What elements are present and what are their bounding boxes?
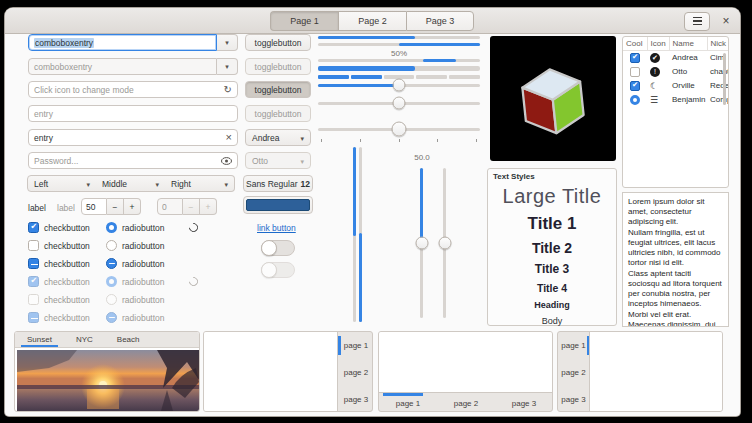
switch-off-disabled — [261, 262, 295, 278]
table-row[interactable]: ✔ Andrea Cimi — [623, 51, 728, 65]
paragraph: Maecenas dignissim, dui et pharetra rutr… — [628, 320, 723, 327]
style-large-title: Large Title — [503, 185, 602, 208]
row-checkbox-checked[interactable] — [630, 81, 640, 91]
close-icon[interactable]: × — [718, 13, 734, 29]
hscale-handle[interactable] — [393, 97, 406, 110]
hscale-marks[interactable] — [318, 121, 480, 137]
checkbutton-label: checkbutton — [44, 313, 90, 323]
togglebutton-disabled: togglebutton — [245, 58, 311, 75]
link-button[interactable]: link button — [257, 223, 296, 233]
checkbutton-indeterminate-disabled — [28, 312, 39, 323]
checkbutton-indeterminate[interactable] — [28, 258, 39, 269]
radiobutton-unselected[interactable] — [106, 240, 117, 251]
vprogressbar — [353, 147, 356, 322]
table-row[interactable]: ☾ Orville Rede… — [623, 79, 728, 93]
tab-nyc[interactable]: NYC — [64, 332, 105, 347]
tab-page-2[interactable]: page 2 — [338, 359, 373, 386]
spinner-icon-disabled — [187, 275, 200, 288]
style-body: Body — [542, 316, 563, 326]
tab-page-1[interactable]: page 1 — [379, 393, 437, 412]
tab-page-3[interactable]: page 3 — [558, 386, 589, 412]
togglebutton-active[interactable]: togglebutton — [245, 81, 311, 98]
tab-sunset[interactable]: Sunset — [15, 332, 64, 347]
tab-page-3[interactable]: Page 3 — [406, 11, 474, 31]
comboboxentry-dropdown-icon[interactable]: ▾ — [217, 34, 238, 51]
mode-entry[interactable]: Click icon to change mode ↻ — [28, 81, 238, 98]
color-swatch — [246, 199, 310, 211]
row-checkbox-unchecked[interactable] — [630, 67, 640, 77]
tab-page-2[interactable]: page 2 — [437, 393, 495, 412]
row-checkbox-checked[interactable] — [630, 53, 640, 63]
scrollbar[interactable] — [723, 53, 726, 105]
radiobutton-label: radiobutton — [122, 223, 165, 233]
clear-icon[interactable]: × — [226, 132, 232, 143]
comboboxentry-input[interactable]: comboboxentry — [28, 34, 217, 51]
tab-page-3[interactable]: page 3 — [495, 393, 553, 412]
radiobutton-selected[interactable] — [106, 222, 117, 233]
spin-decrement-icon[interactable]: − — [107, 198, 124, 215]
hscale-handle[interactable] — [392, 122, 407, 137]
check-circle-icon: ✔ — [650, 53, 660, 63]
vscale-filled[interactable] — [414, 168, 429, 318]
column-cool[interactable]: Cool — [623, 37, 647, 51]
hscale-plain[interactable] — [318, 96, 480, 110]
progressbar-fill — [318, 36, 415, 39]
moon-icon: ☾ — [650, 81, 658, 91]
spin-increment-icon[interactable]: + — [124, 198, 141, 215]
cell-name: Andrea — [669, 51, 707, 65]
column-nick[interactable]: Nick — [707, 37, 728, 51]
column-icon[interactable]: Icon — [647, 37, 669, 51]
vscale-handle[interactable] — [438, 237, 451, 250]
togglebutton[interactable]: togglebutton — [245, 34, 311, 51]
hscale-handle[interactable] — [393, 79, 406, 92]
table-row[interactable]: ! Otto chaoti — [623, 65, 728, 79]
entry-field[interactable]: entry × — [28, 129, 238, 146]
radiobutton-label: radiobutton — [122, 241, 165, 251]
spin-disabled-decrement-icon: − — [183, 198, 200, 215]
tab-page-1[interactable]: page 1 — [338, 332, 373, 359]
dropdown-left[interactable]: Left — [27, 175, 97, 192]
spin-value[interactable]: 50 — [81, 198, 107, 215]
row-radio-selected[interactable] — [630, 95, 640, 105]
spinbutton[interactable]: 50 − + — [81, 198, 141, 215]
dropdown-middle[interactable]: Middle — [96, 175, 166, 192]
table-row[interactable]: ☰ Benjamin Comp — [623, 93, 728, 107]
chevron-down-icon — [86, 179, 90, 189]
hamburger-menu-icon[interactable] — [684, 12, 710, 31]
lorem-textview[interactable]: Lorem ipsum dolor sit amet, consectetur … — [622, 192, 729, 327]
progressbar-activity — [318, 59, 480, 62]
font-button[interactable]: Sans Regular 12 — [243, 175, 313, 192]
tab-page-1[interactable]: page 1 — [558, 332, 589, 359]
text-styles-title: Text Styles — [493, 172, 535, 181]
tab-page-2[interactable]: Page 2 — [338, 11, 406, 31]
radiobutton-label: radiobutton — [122, 295, 165, 305]
dropdown-right[interactable]: Right — [165, 175, 235, 192]
refresh-icon[interactable]: ↻ — [224, 85, 232, 95]
togglebutton-disabled: togglebutton — [245, 105, 311, 122]
hscale-filled[interactable] — [318, 78, 480, 92]
style-heading: Heading — [534, 300, 570, 310]
style-title-1: Title 1 — [528, 214, 577, 234]
checkbutton-label: checkbutton — [44, 277, 90, 287]
sunset-photo — [17, 350, 199, 411]
dropdown-left-label: Left — [34, 179, 48, 189]
checkbutton-unchecked[interactable] — [28, 240, 39, 251]
eye-icon[interactable] — [221, 157, 232, 165]
password-field[interactable]: Password... — [28, 152, 238, 169]
vscale-plain[interactable] — [437, 168, 452, 318]
tab-beach[interactable]: Beach — [105, 332, 152, 347]
switch-off[interactable] — [261, 240, 295, 256]
vscale-handle[interactable] — [415, 237, 428, 250]
name-dropdown[interactable]: Andrea — [245, 129, 311, 146]
tab-page-3[interactable]: page 3 — [338, 386, 373, 412]
comboboxentry-disabled-input: comboboxentry — [28, 58, 217, 75]
column-name[interactable]: Name — [669, 37, 707, 51]
tab-page-1[interactable]: Page 1 — [270, 11, 338, 31]
checkbutton-checked[interactable] — [28, 222, 39, 233]
radiobutton-unselected-disabled — [106, 294, 117, 305]
chevron-down-icon — [300, 133, 304, 143]
spinner-icon — [187, 221, 200, 234]
color-button[interactable] — [243, 196, 313, 214]
radiobutton-indeterminate[interactable] — [106, 258, 117, 269]
tab-page-2[interactable]: page 2 — [558, 359, 589, 386]
